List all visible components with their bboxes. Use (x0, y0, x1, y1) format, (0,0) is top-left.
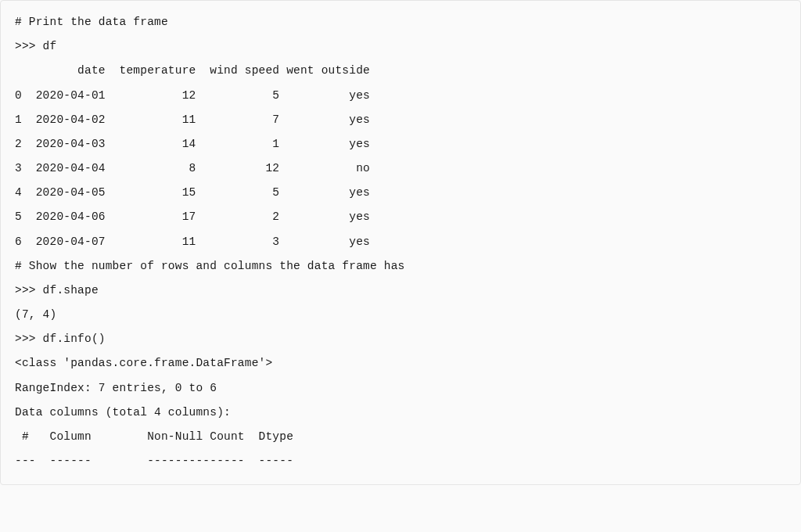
code-line: # Show the number of rows and columns th… (15, 260, 404, 272)
code-line: --- ------ -------------- ----- (15, 455, 293, 467)
code-line: date temperature wind speed went outside (15, 64, 370, 77)
code-line: <class 'pandas.core.frame.DataFrame'> (15, 357, 272, 369)
code-line: # Column Non-Null Count Dtype (15, 430, 293, 443)
code-line: 6 2020-04-07 11 3 yes (15, 235, 370, 248)
code-line: 0 2020-04-01 12 5 yes (15, 89, 370, 102)
code-line: 5 2020-04-06 17 2 yes (15, 210, 370, 223)
code-line: >>> df.shape (15, 284, 99, 297)
code-line: 3 2020-04-04 8 12 no (15, 162, 370, 174)
code-line: RangeIndex: 7 entries, 0 to 6 (15, 382, 217, 394)
code-line: # Print the data frame (15, 16, 168, 28)
code-output-block: # Print the data frame >>> df date tempe… (0, 0, 801, 485)
code-line: 1 2020-04-02 11 7 yes (15, 113, 370, 126)
code-line: 4 2020-04-05 15 5 yes (15, 186, 370, 199)
code-line: 2 2020-04-03 14 1 yes (15, 138, 370, 150)
code-line: >>> df (15, 40, 56, 52)
code-line: (7, 4) (15, 308, 56, 321)
code-line: Data columns (total 4 columns): (15, 406, 231, 419)
code-line: >>> df.info() (15, 332, 106, 345)
